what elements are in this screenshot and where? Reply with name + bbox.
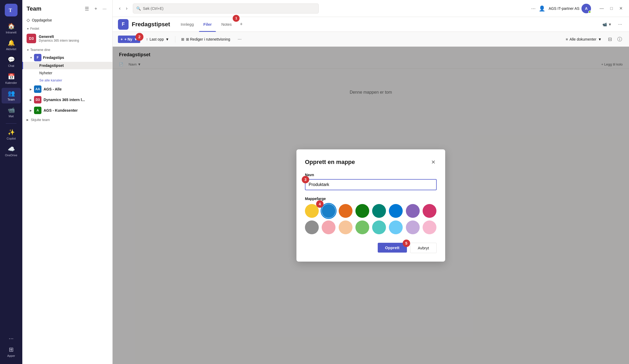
modal-header: Opprett en mappe ✕ [305, 158, 437, 166]
hidden-teams-expand: ▶ [27, 118, 29, 121]
sidebar-item-chat[interactable]: 💬 Chat [2, 54, 21, 70]
pinned-team-generelt[interactable]: D3 Generelt Dynamics 365 intern løsning [22, 32, 112, 45]
sidebar-divider [6, 123, 16, 124]
upload-chevron-icon: ▼ [165, 37, 169, 41]
close-button[interactable]: ✕ [617, 5, 625, 12]
color-light-blue[interactable] [389, 220, 403, 234]
add-team-button[interactable]: + [93, 5, 99, 13]
color-light-pink[interactable] [322, 220, 335, 234]
fredagstips-group: ▼ F Fredagstips Fredagstipset Nyheter Se… [22, 53, 112, 84]
toolbar-right: ≡ Alle dokumenter ▼ ⊟ ⓘ [563, 35, 624, 44]
sidebar-item-activity[interactable]: 🔔 Aktivitet [2, 37, 21, 53]
discovery-section[interactable]: ◇ Oppdagelse [22, 16, 112, 24]
modal-title: Opprett en mappe [305, 159, 355, 166]
discovery-label: Oppdagelse [32, 18, 52, 22]
tab-filer[interactable]: Filer [199, 17, 216, 32]
app-sidebar: T 🏠 Intranett 🔔 Aktivitet 💬 Chat 📅 Kalen… [0, 0, 22, 364]
color-light-orange[interactable] [339, 220, 352, 234]
team-avatar-d3: D3 [27, 34, 36, 43]
nav-back-button[interactable]: ‹ [117, 4, 123, 13]
see-all-channels[interactable]: Se alle kanaler [22, 77, 112, 84]
modal-actions: Opprett 5 Avbryt [305, 243, 437, 253]
color-pink[interactable] [423, 204, 436, 218]
add-tab-button[interactable]: + [237, 20, 245, 29]
sidebar-item-more[interactable]: ··· [2, 333, 21, 344]
modal-overlay: Opprett en mappe ✕ Navn 3 Mappefarge 4 [113, 47, 629, 364]
sidebar-item-meetings[interactable]: 📹 Møt [2, 105, 21, 120]
ags-kundesenter-avatar: A [34, 107, 41, 114]
color-blue2[interactable] [389, 204, 403, 218]
channel-title: Fredagstipset [132, 21, 170, 28]
nav-forward-button[interactable]: › [124, 4, 130, 13]
pinned-section-label[interactable]: ▼ Festet [22, 24, 112, 32]
user-name: AGS IT-partner AS [549, 6, 579, 11]
color-light-rose[interactable] [423, 220, 436, 234]
color-blue-selected[interactable] [322, 204, 335, 218]
sidebar-item-teams[interactable]: 👥 Team [2, 88, 21, 103]
topbar-more[interactable]: ··· [531, 5, 536, 11]
step4-badge: 4 [316, 200, 324, 208]
all-docs-button[interactable]: ≡ Alle dokumenter ▼ [563, 36, 604, 43]
sidebar-item-apps[interactable]: ⊞ Apper [2, 344, 21, 360]
toolbar-more-button[interactable]: ··· [236, 35, 243, 43]
color-light-purple[interactable] [406, 220, 420, 234]
user-avatar[interactable]: A [581, 4, 591, 13]
color-light-green[interactable] [355, 220, 369, 234]
maximize-button[interactable]: □ [608, 5, 615, 12]
list-icon: ≡ [566, 37, 568, 41]
top-bar: ‹ › 🔍 Søk (Ctrl+E) ··· 👤 AGS IT-partner … [113, 0, 629, 17]
filter-button[interactable]: ☰ [83, 5, 91, 13]
pinned-label: Festet [30, 27, 39, 31]
search-bar[interactable]: 🔍 Søk (Ctrl+E) [133, 3, 319, 14]
edit-grid-button[interactable]: ⊞ ⊞ Rediger i rutenettvisning [178, 36, 233, 43]
team-panel-header: Team ☰ + ··· [22, 0, 112, 16]
color-gray[interactable] [305, 220, 319, 234]
create-button[interactable]: Opprett [378, 243, 407, 253]
new-btn-wrapper: + + Ny ▼ 2 [118, 36, 140, 43]
color-label: Mappefarge [305, 197, 437, 201]
fredagstips-header[interactable]: ▼ F Fredagstips [22, 53, 112, 62]
filter-button[interactable]: ⊟ [606, 35, 614, 43]
modal-close-button[interactable]: ✕ [430, 158, 437, 166]
tabs-right: 📹 ▼ ··· [600, 20, 624, 28]
sidebar-item-calendar[interactable]: 📅 Kalender [2, 71, 21, 87]
step2-badge: 2 [135, 33, 143, 41]
channel-nyheter[interactable]: Nyheter [22, 69, 112, 77]
team-panel-title: Team [27, 5, 81, 12]
tab-innlegg[interactable]: Innlegg [176, 17, 198, 32]
channel-fredagstipset[interactable]: Fredagstipset [22, 62, 112, 69]
info-button[interactable]: ⓘ [616, 35, 624, 44]
more-options-button[interactable]: ··· [101, 5, 108, 13]
cancel-button[interactable]: Avbryt [410, 243, 437, 253]
ags-kundesenter-expand: ▶ [30, 109, 32, 112]
nav-arrows: ‹ › [117, 4, 130, 13]
color-green[interactable] [355, 204, 369, 218]
sidebar-item-copilot[interactable]: ✨ Copilot [2, 127, 21, 142]
channel-more-button[interactable]: ··· [617, 20, 624, 28]
ags-alle-team[interactable]: ▶ AA AGS - Alle [22, 84, 112, 94]
hidden-teams[interactable]: ▶ Skjulte team [22, 116, 112, 124]
sidebar-item-intranet[interactable]: 🏠 Intranett [2, 21, 21, 36]
toolbar-divider [175, 36, 175, 42]
folder-name-input[interactable] [305, 179, 437, 190]
video-call-button[interactable]: 📹 ▼ [600, 21, 614, 28]
ags-kundesenter-team[interactable]: ▶ A AGS - Kundesenter [22, 105, 112, 116]
minimize-button[interactable]: — [597, 5, 606, 12]
dynamics365-avatar: D3 [34, 96, 41, 103]
dynamics365-expand: ▶ [30, 98, 32, 101]
channel-tabs: F Fredagstipset Innlegg Filer Notes 1 + … [113, 17, 629, 32]
team-info-generelt: Generelt Dynamics 365 intern løsning [39, 34, 108, 42]
file-content: Fredagstipset 📄 Navn ▼ + Legg til kolo O… [113, 47, 629, 364]
my-teams-label[interactable]: ▼ Teamene dine [22, 45, 112, 53]
grid-icon: ⊞ [181, 37, 184, 41]
fredagstips-chevron: ▼ [30, 56, 32, 59]
sidebar-item-onedrive[interactable]: ☁️ OneDrive [2, 144, 21, 159]
upload-button[interactable]: ↑ Last opp ▼ [143, 36, 172, 43]
color-teal[interactable] [372, 204, 386, 218]
tab-notes[interactable]: Notes 1 [217, 17, 236, 32]
color-orange[interactable] [339, 204, 352, 218]
color-light-teal[interactable] [372, 220, 386, 234]
color-purple[interactable] [406, 204, 420, 218]
video-chevron: ▼ [608, 22, 612, 27]
dynamics365-team[interactable]: ▶ D3 Dynamics 365 intern l... [22, 94, 112, 105]
